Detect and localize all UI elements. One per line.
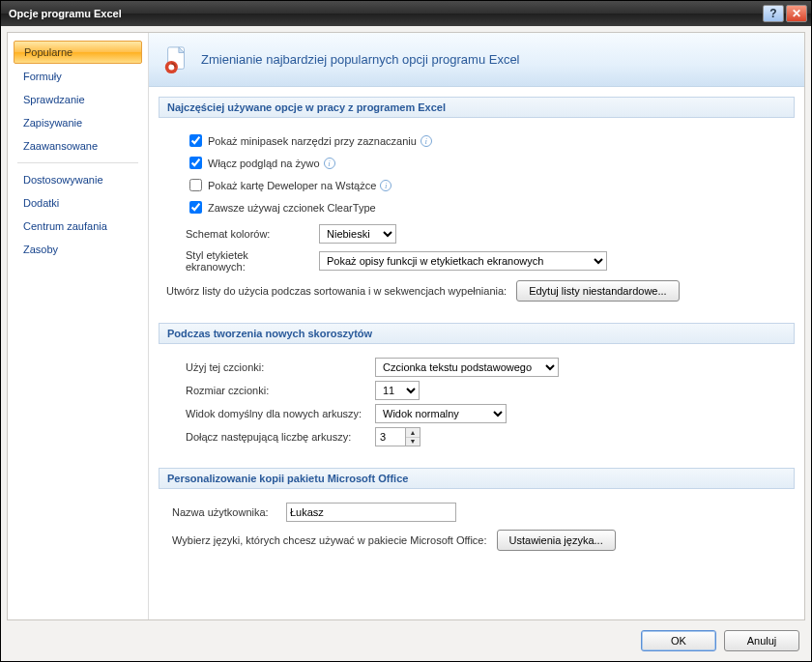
page-header: Zmienianie najbardziej popularnych opcji… <box>149 33 804 87</box>
settings-page-icon <box>162 45 191 74</box>
sidebar-item-formulas[interactable]: Formuły <box>14 66 142 87</box>
screentip-label: Styl etykietek ekranowych: <box>186 249 309 273</box>
sidebar-item-popular[interactable]: Popularne <box>14 41 142 64</box>
client-area: Popularne Formuły Sprawdzanie Zapisywani… <box>1 26 811 661</box>
chk-livepreview[interactable]: Włącz podgląd na żywo <box>186 154 320 172</box>
page-title: Zmienianie najbardziej popularnych opcji… <box>201 52 520 67</box>
category-sidebar: Popularne Formuły Sprawdzanie Zapisywani… <box>8 33 149 619</box>
content-panel: Zmienianie najbardziej popularnych opcji… <box>149 33 804 619</box>
sidebar-item-trustcenter[interactable]: Centrum zaufania <box>14 216 142 237</box>
chk-cleartype[interactable]: Zawsze używaj czcionek ClearType <box>186 198 376 216</box>
font-select[interactable]: Czcionka tekstu podstawowego <box>375 358 559 377</box>
customlists-text: Utwórz listy do użycia podczas sortowani… <box>166 285 507 297</box>
options-scroll[interactable]: Najczęściej używane opcje w pracy z prog… <box>149 87 804 619</box>
sidebar-item-customize[interactable]: Dostosowywanie <box>14 169 142 190</box>
info-icon[interactable]: i <box>420 135 432 147</box>
ok-button[interactable]: OK <box>641 630 716 651</box>
sidebar-item-advanced[interactable]: Zaawansowane <box>14 135 142 157</box>
sidebar-item-proofing[interactable]: Sprawdzanie <box>14 89 142 110</box>
info-icon[interactable]: i <box>380 180 392 191</box>
sheetcount-label: Dołącz następującą liczbę arkuszy: <box>186 431 365 443</box>
help-button[interactable]: ? <box>763 5 784 22</box>
info-icon[interactable]: i <box>324 158 335 169</box>
window-title: Opcje programu Excel <box>9 8 761 19</box>
section-personal-title: Personalizowanie kopii pakietu Microsoft… <box>159 468 795 489</box>
colorscheme-select[interactable]: Niebieski <box>319 224 396 244</box>
font-label: Użyj tej czcionki: <box>186 361 365 373</box>
defaultview-select[interactable]: Widok normalny <box>375 404 507 423</box>
titlebar[interactable]: Opcje programu Excel ? ✕ <box>1 1 811 26</box>
section-wb-title: Podczas tworzenia nowych skoroszytów <box>159 323 795 344</box>
cancel-button[interactable]: Anuluj <box>724 630 799 651</box>
fontsize-label: Rozmiar czcionki: <box>186 385 365 396</box>
sidebar-item-resources[interactable]: Zasoby <box>14 239 142 260</box>
chk-developer[interactable]: Pokaż kartę Deweloper na Wstążce <box>186 176 376 194</box>
defaultview-label: Widok domyślny dla nowych arkuszy: <box>186 408 365 419</box>
edit-custom-lists-button[interactable]: Edytuj listy niestandardowe... <box>516 280 679 302</box>
screentip-select[interactable]: Pokaż opisy funkcji w etykietkach ekrano… <box>319 251 607 271</box>
username-label: Nazwa użytkownika: <box>172 506 276 518</box>
section-top-title: Najczęściej używane opcje w pracy z prog… <box>159 97 795 118</box>
close-button[interactable]: ✕ <box>786 5 807 22</box>
dialog-footer: OK Anuluj <box>7 620 805 655</box>
sidebar-item-save[interactable]: Zapisywanie <box>14 112 142 133</box>
fontsize-select[interactable]: 11 <box>375 381 420 400</box>
colorscheme-label: Schemat kolorów: <box>186 228 309 240</box>
spinner-up[interactable]: ▲ <box>406 428 420 438</box>
sidebar-item-addins[interactable]: Dodatki <box>14 192 142 214</box>
options-dialog: Opcje programu Excel ? ✕ Popularne Formu… <box>0 0 812 662</box>
sheetcount-spinner[interactable]: ▲▼ <box>375 427 420 446</box>
sheetcount-input[interactable] <box>376 428 405 446</box>
spinner-down[interactable]: ▼ <box>406 438 420 446</box>
language-settings-button[interactable]: Ustawienia języka... <box>497 530 616 551</box>
chk-minitoolbar[interactable]: Pokaż minipasek narzędzi przy zaznaczani… <box>186 131 417 150</box>
language-text: Wybierz języki, których chcesz używać w … <box>172 534 487 546</box>
username-input[interactable] <box>286 503 456 522</box>
